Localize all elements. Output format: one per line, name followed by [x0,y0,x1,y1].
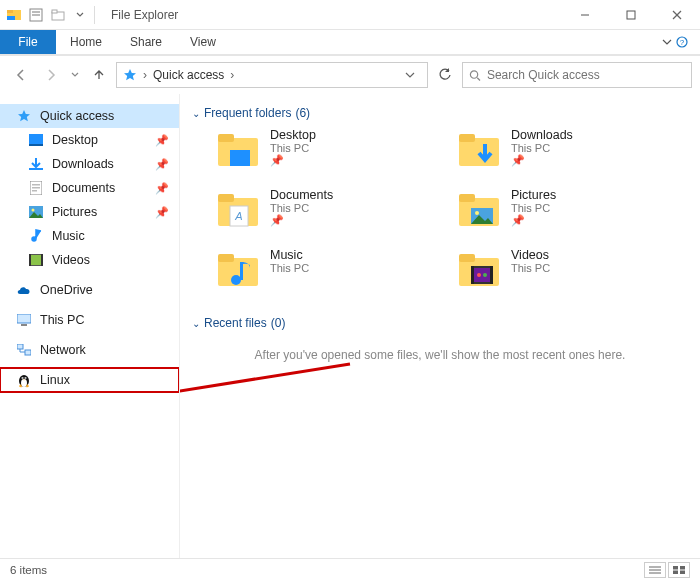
svg-rect-72 [673,570,678,574]
nav-onedrive[interactable]: OneDrive [0,278,179,302]
tab-view[interactable]: View [176,30,230,54]
folder-icon [457,188,501,232]
recent-files-empty-message: After you've opened some files, we'll sh… [192,348,688,362]
svg-rect-24 [32,190,37,192]
address-bar[interactable]: › Quick access › [116,62,428,88]
svg-rect-62 [471,266,474,284]
minimize-button[interactable] [562,0,608,30]
annotation-arrow [180,354,370,414]
new-folder-icon[interactable] [50,7,66,23]
svg-rect-34 [25,350,31,355]
star-icon [16,108,32,124]
videos-icon [28,252,44,268]
window-controls [562,0,700,30]
folder-name: Desktop [270,128,316,142]
nav-network[interactable]: Network [0,338,179,362]
nav-desktop[interactable]: Desktop 📌 [0,128,179,152]
section-count: (0) [271,316,286,330]
properties-icon[interactable] [28,7,44,23]
pin-icon: 📌 [155,134,169,147]
nav-label: This PC [40,313,84,327]
nav-downloads[interactable]: Downloads 📌 [0,152,179,176]
svg-rect-9 [627,11,635,19]
quick-access-toolbar [0,7,88,23]
folder-meta: Documents This PC 📌 [270,188,333,227]
nav-pictures[interactable]: Pictures 📌 [0,200,179,224]
svg-point-65 [483,273,487,277]
frequent-folders-header[interactable]: ⌄ Frequent folders (6) [192,106,688,120]
file-tab[interactable]: File [0,30,56,54]
close-button[interactable] [654,0,700,30]
folder-icon [457,248,501,292]
nav-videos[interactable]: Videos [0,248,179,272]
folder-tile-videos[interactable]: Videos This PC [457,248,688,302]
section-title: Frequent folders [204,106,291,120]
folder-name: Videos [511,248,550,262]
back-button[interactable] [8,62,34,88]
folder-meta: Downloads This PC 📌 [511,128,573,167]
ribbon-collapse[interactable]: ? [650,30,700,54]
folder-tile-downloads[interactable]: Downloads This PC 📌 [457,128,688,182]
title-bar: File Explorer [0,0,700,30]
nav-documents[interactable]: Documents 📌 [0,176,179,200]
chevron-down-icon: ⌄ [192,318,200,329]
documents-icon [28,180,44,196]
nav-label: Downloads [52,157,114,171]
view-switcher [644,562,690,578]
nav-label: Music [52,229,85,243]
svg-rect-70 [673,566,678,570]
qat-dropdown-icon[interactable] [72,7,88,23]
nav-label: Network [40,343,86,357]
search-input[interactable] [487,68,685,82]
folder-icon [457,128,501,172]
details-view-button[interactable] [644,562,666,578]
tab-share[interactable]: Share [116,30,176,54]
up-button[interactable] [86,62,112,88]
folder-location: This PC [270,262,309,274]
svg-point-40 [25,378,26,379]
pin-icon: 📌 [155,206,169,219]
svg-point-15 [470,70,477,77]
recent-locations-button[interactable] [68,62,82,88]
nav-label: Pictures [52,205,97,219]
nav-label: Documents [52,181,115,195]
folder-tile-pictures[interactable]: Pictures This PC 📌 [457,188,688,242]
large-icons-view-button[interactable] [668,562,690,578]
svg-rect-23 [32,187,40,189]
breadcrumb-sep: › [143,68,147,82]
chevron-down-icon [662,37,672,47]
svg-point-26 [32,209,35,212]
svg-point-64 [477,273,481,277]
search-box[interactable] [462,62,692,88]
svg-rect-20 [29,168,43,170]
pin-icon: 📌 [270,154,316,167]
nav-linux[interactable]: Linux [0,368,179,392]
nav-this-pc[interactable]: This PC [0,308,179,332]
tab-home[interactable]: Home [56,30,116,54]
network-icon [16,342,32,358]
help-icon[interactable]: ? [676,36,688,48]
svg-marker-14 [124,69,136,80]
folder-meta: Music This PC [270,248,309,274]
recent-files-header[interactable]: ⌄ Recent files (0) [192,316,688,330]
folder-tile-documents[interactable]: A Documents This PC 📌 [216,188,447,242]
svg-rect-4 [32,11,40,13]
maximize-button[interactable] [608,0,654,30]
svg-rect-7 [52,10,57,13]
svg-rect-22 [32,184,40,186]
folder-tile-desktop[interactable]: Desktop This PC 📌 [216,128,447,182]
forward-button[interactable] [38,62,64,88]
refresh-button[interactable] [432,62,458,88]
svg-rect-59 [459,254,475,262]
breadcrumb-location[interactable]: Quick access [153,68,224,82]
nav-music[interactable]: Music [0,224,179,248]
navigation-pane: Quick access Desktop 📌 Downloads 📌 Docum… [0,94,180,558]
nav-quick-access[interactable]: Quick access [0,104,179,128]
svg-rect-73 [680,570,685,574]
folder-tile-music[interactable]: Music This PC [216,248,447,302]
svg-text:A: A [234,210,242,222]
address-dropdown[interactable] [399,70,421,80]
status-item-count: 6 items [10,564,47,576]
svg-rect-57 [240,262,243,280]
pictures-icon [28,204,44,220]
